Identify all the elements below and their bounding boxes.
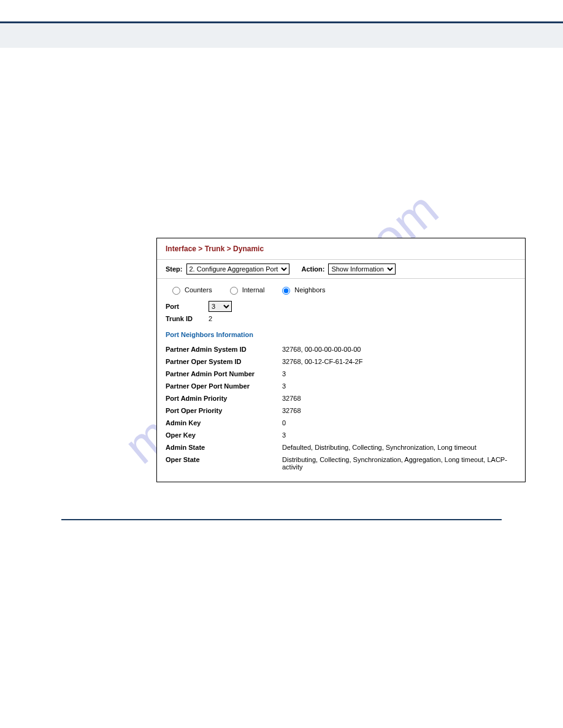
info-val: 32768 — [282, 407, 516, 414]
trunk-id-label: Trunk ID — [166, 315, 209, 322]
radio-counters-label: Counters — [185, 286, 212, 294]
table-row: Admin State Defaulted, Distributing, Col… — [166, 444, 516, 451]
info-key: Admin Key — [166, 419, 282, 427]
bottom-border — [61, 519, 502, 520]
view-radio-group: Counters Internal Neighbors — [169, 285, 516, 295]
table-row: Oper Key 3 — [166, 431, 516, 439]
info-val: 3 — [282, 370, 516, 377]
info-key: Partner Admin Port Number — [166, 370, 282, 377]
config-panel: Interface > Trunk > Dynamic Step: 2. Con… — [156, 238, 526, 482]
info-val: Defaulted, Distributing, Collecting, Syn… — [282, 444, 516, 451]
info-val: Distributing, Collecting, Synchronizatio… — [282, 456, 516, 471]
info-val: 32768, 00-00-00-00-00-00 — [282, 346, 516, 353]
info-key: Partner Admin System ID — [166, 346, 282, 353]
divider — [157, 278, 525, 279]
table-row: Partner Admin System ID 32768, 00-00-00-… — [166, 346, 516, 353]
info-key: Oper State — [166, 456, 282, 471]
info-val: 3 — [282, 431, 516, 439]
radio-internal-input[interactable] — [230, 287, 238, 295]
info-val: 32768, 00-12-CF-61-24-2F — [282, 358, 516, 365]
radio-internal[interactable]: Internal — [227, 285, 265, 295]
trunk-id-value: 2 — [209, 315, 212, 322]
port-select[interactable]: 3 — [209, 301, 232, 312]
info-key: Oper Key — [166, 431, 282, 439]
info-key: Admin State — [166, 444, 282, 451]
table-row: Port Oper Priority 32768 — [166, 407, 516, 414]
radio-counters-input[interactable] — [172, 287, 180, 295]
radio-neighbors-input[interactable] — [282, 287, 290, 295]
info-val: 0 — [282, 419, 516, 427]
step-select[interactable]: 2. Configure Aggregation Port — [186, 264, 289, 275]
table-row: Oper State Distributing, Collecting, Syn… — [166, 456, 516, 471]
radio-counters[interactable]: Counters — [169, 285, 212, 295]
step-action-row: Step: 2. Configure Aggregation Port Acti… — [166, 264, 516, 275]
table-row: Partner Admin Port Number 3 — [166, 370, 516, 377]
action-label: Action: — [302, 265, 325, 273]
info-val: 3 — [282, 382, 516, 390]
table-row: Admin Key 0 — [166, 419, 516, 427]
radio-internal-label: Internal — [242, 286, 265, 294]
table-row: Port Admin Priority 32768 — [166, 395, 516, 402]
port-row: Port 3 — [166, 301, 516, 312]
divider — [157, 259, 525, 260]
step-label: Step: — [166, 265, 183, 273]
table-row: Partner Oper System ID 32768, 00-12-CF-6… — [166, 358, 516, 365]
port-label: Port — [166, 303, 209, 310]
radio-neighbors[interactable]: Neighbors — [279, 285, 325, 295]
neighbors-info-table: Partner Admin System ID 32768, 00-00-00-… — [166, 343, 516, 473]
radio-neighbors-label: Neighbors — [294, 286, 325, 294]
info-key: Port Admin Priority — [166, 395, 282, 402]
info-val: 32768 — [282, 395, 516, 402]
header-band — [0, 23, 563, 48]
action-select[interactable]: Show Information — [328, 264, 396, 275]
table-row: Partner Oper Port Number 3 — [166, 382, 516, 390]
section-title: Port Neighbors Information — [166, 331, 516, 338]
breadcrumb: Interface > Trunk > Dynamic — [166, 245, 516, 253]
info-key: Partner Oper System ID — [166, 358, 282, 365]
info-key: Port Oper Priority — [166, 407, 282, 414]
trunk-row: Trunk ID 2 — [166, 315, 516, 322]
info-key: Partner Oper Port Number — [166, 382, 282, 390]
